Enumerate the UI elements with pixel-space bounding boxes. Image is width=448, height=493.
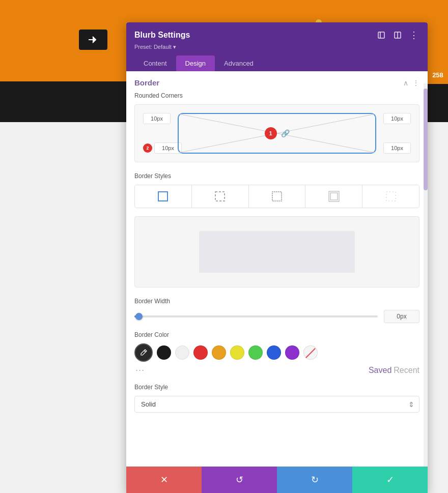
- swatch-transparent[interactable]: [303, 345, 318, 360]
- svg-rect-1: [378, 32, 384, 38]
- saved-label[interactable]: Saved: [369, 366, 391, 375]
- swatch-red[interactable]: [193, 345, 208, 360]
- swatch-orange[interactable]: [212, 345, 226, 360]
- center-badge-group: 1 🔗: [265, 127, 290, 139]
- double-border-icon: [328, 190, 340, 202]
- settings-dots-icon[interactable]: ⋮: [412, 79, 419, 87]
- style-none-btn[interactable]: [362, 185, 419, 208]
- border-width-slider-row: [134, 310, 419, 323]
- border-color-section: Border Color ···: [134, 331, 419, 375]
- corner-top-right-input[interactable]: [383, 113, 411, 124]
- border-width-value-input[interactable]: [384, 310, 419, 323]
- swatch-black[interactable]: [157, 345, 171, 360]
- border-style-dropdown-section: Border Style Solid Dashed Dotted Double …: [134, 384, 419, 413]
- border-style-select[interactable]: Solid Dashed Dotted Double None: [134, 396, 419, 413]
- corner-top-left-input[interactable]: [143, 113, 171, 124]
- swatch-blue[interactable]: [267, 345, 281, 360]
- rounded-corners-label: Rounded Corners: [134, 92, 419, 99]
- corner-bottom-right-input[interactable]: [383, 142, 411, 154]
- border-section-title: Border: [134, 78, 159, 87]
- settings-panel: Blurb Settings ⋮: [126, 22, 428, 493]
- tab-design[interactable]: Design: [176, 55, 215, 71]
- color-picker-row: [134, 343, 419, 362]
- fullscreen-icon[interactable]: [376, 30, 387, 41]
- arrow-icon: [89, 36, 98, 43]
- svg-rect-9: [272, 192, 282, 201]
- pencil-icon: [139, 349, 148, 357]
- more-options-icon[interactable]: ⋮: [408, 30, 419, 41]
- preset-label[interactable]: Preset: Default ▾: [134, 44, 419, 50]
- layout-icon[interactable]: [392, 30, 403, 41]
- badge-1: 1: [265, 127, 277, 139]
- undo-button[interactable]: ↺: [202, 467, 277, 493]
- svg-line-13: [144, 351, 146, 352]
- tab-advanced[interactable]: Advanced: [215, 55, 263, 71]
- swatch-yellow[interactable]: [230, 345, 244, 360]
- border-styles-section: Border Styles: [134, 172, 419, 208]
- border-section-actions: ∧ ⋮: [403, 79, 419, 87]
- border-styles-label: Border Styles: [134, 172, 419, 180]
- corner-top-right: [383, 113, 411, 124]
- rounded-corners-widget: 1 🔗 2: [134, 104, 419, 162]
- more-colors-icon[interactable]: ···: [135, 365, 145, 375]
- style-double-btn[interactable]: [305, 185, 362, 208]
- corner-grid: 1 🔗 2: [143, 113, 411, 154]
- redo-button[interactable]: ↻: [277, 467, 352, 493]
- corner-center-preview: 1 🔗: [178, 113, 376, 154]
- panel-header: Blurb Settings ⋮: [126, 22, 428, 71]
- dotted-border-icon: [271, 190, 283, 202]
- cancel-button[interactable]: ✕: [126, 467, 202, 493]
- border-section-header: Border ∧ ⋮: [134, 71, 419, 92]
- border-preview-area: [134, 216, 419, 287]
- border-width-slider-track[interactable]: [134, 315, 378, 317]
- swatch-white[interactable]: [175, 345, 189, 360]
- confirm-button[interactable]: ✓: [352, 467, 428, 493]
- svg-rect-7: [158, 192, 167, 201]
- link-icon[interactable]: 🔗: [281, 129, 290, 137]
- panel-title-row: Blurb Settings ⋮: [134, 30, 419, 41]
- border-style-dropdown-row: Solid Dashed Dotted Double None ⇕: [134, 396, 419, 413]
- style-solid-btn[interactable]: [135, 185, 192, 208]
- swatch-purple[interactable]: [285, 345, 299, 360]
- slider-thumb[interactable]: [135, 313, 143, 320]
- panel-title: Blurb Settings: [134, 31, 190, 40]
- no-border-icon: [385, 190, 397, 202]
- corner-top-left: [143, 113, 171, 124]
- panel-body: Border ∧ ⋮ Rounded Corners: [126, 71, 428, 467]
- scrollbar-track[interactable]: [424, 83, 428, 467]
- border-style-dropdown-label: Border Style: [134, 384, 419, 391]
- swatch-green[interactable]: [248, 345, 263, 360]
- badge-2: 2: [143, 143, 152, 153]
- border-preview-inner: [199, 231, 355, 273]
- dashed-border-icon: [214, 190, 226, 202]
- bottom-toolbar: ✕ ↺ ↻ ✓: [126, 467, 428, 493]
- scrollbar-thumb[interactable]: [424, 89, 428, 190]
- panel-tabs: Content Design Advanced: [134, 55, 419, 71]
- border-color-label: Border Color: [134, 331, 419, 338]
- style-dotted-btn[interactable]: [249, 185, 306, 208]
- svg-rect-11: [330, 193, 338, 200]
- corner-bottom-left: 2: [143, 142, 182, 154]
- border-width-section: Border Width: [134, 298, 419, 323]
- color-picker-pencil-btn[interactable]: [134, 343, 153, 362]
- collapse-icon[interactable]: ∧: [403, 79, 408, 87]
- corner-preview-box: 1 🔗: [178, 113, 376, 154]
- solid-border-icon: [157, 190, 169, 202]
- border-style-options: [134, 185, 419, 208]
- color-dots-row: ··· Saved Recent: [134, 365, 419, 375]
- svg-rect-8: [215, 192, 225, 201]
- border-width-label: Border Width: [134, 298, 419, 305]
- svg-rect-12: [386, 192, 396, 201]
- recent-label[interactable]: Recent: [394, 366, 419, 375]
- tab-content[interactable]: Content: [134, 55, 176, 71]
- panel-icon-group: ⋮: [376, 30, 419, 41]
- arrow-button[interactable]: [79, 30, 107, 50]
- orange-accent: 258: [428, 66, 448, 84]
- style-dashed-btn[interactable]: [192, 185, 249, 208]
- corner-bottom-right: [383, 142, 411, 154]
